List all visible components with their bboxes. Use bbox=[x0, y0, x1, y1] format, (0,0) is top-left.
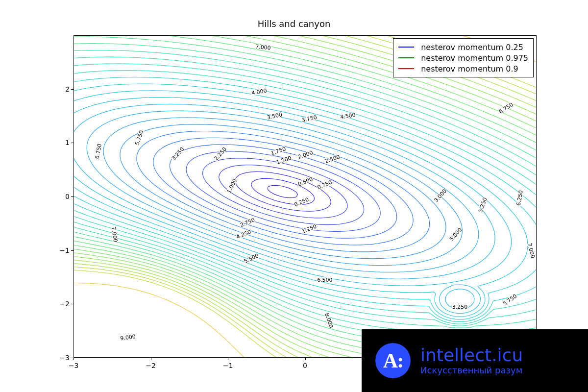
legend-entry: nesterov momentum 0.975 bbox=[398, 52, 528, 63]
legend-label: nesterov momentum 0.9 bbox=[421, 64, 518, 74]
contour-label: 9.000 bbox=[120, 333, 136, 342]
legend-swatch bbox=[398, 47, 414, 48]
contour-line bbox=[74, 50, 536, 333]
contour-label: 6.500 bbox=[317, 277, 333, 283]
contour-label: 5.750 bbox=[502, 293, 518, 307]
legend-label: nesterov momentum 0.975 bbox=[421, 53, 528, 63]
contour-label: 8.000 bbox=[323, 312, 334, 329]
contour-label: 6.750 bbox=[498, 101, 514, 115]
contour-line bbox=[268, 185, 298, 198]
contour-line bbox=[235, 172, 331, 211]
legend: nesterov momentum 0.25 nesterov momentum… bbox=[393, 38, 534, 77]
y-tick-label: 0 bbox=[56, 193, 70, 200]
contour-label: 6.250 bbox=[515, 190, 524, 206]
contour-label: 0.500 bbox=[297, 176, 314, 188]
y-tick-label: −1 bbox=[56, 246, 70, 254]
legend-swatch bbox=[398, 68, 414, 69]
contour-label: 1.000 bbox=[225, 178, 238, 195]
watermark-subtitle: Искусственный разум bbox=[420, 365, 523, 375]
contour-label: 3.500 bbox=[267, 111, 283, 121]
figure: Hills and canyon nesterov momentum 0.25 … bbox=[0, 0, 588, 392]
contour-line bbox=[103, 118, 462, 266]
x-tick-label: −3 bbox=[69, 362, 79, 369]
y-tick-label: −2 bbox=[56, 300, 70, 308]
x-tick-label: −1 bbox=[223, 362, 233, 369]
watermark-overlay: A: intellect.icu Искусственный разум bbox=[362, 329, 588, 392]
contour-label: 1.750 bbox=[270, 146, 287, 156]
y-tick-label: 2 bbox=[56, 85, 70, 93]
chart-title: Hills and canyon bbox=[0, 19, 588, 29]
contour-label: 6.750 bbox=[94, 143, 103, 159]
legend-swatch bbox=[398, 57, 414, 58]
legend-entry: nesterov momentum 0.9 bbox=[398, 63, 528, 74]
contour-label: 3.750 bbox=[301, 114, 318, 123]
x-tick-label: 0 bbox=[303, 362, 307, 369]
legend-entry: nesterov momentum 0.25 bbox=[398, 42, 528, 52]
contour-label: 1.250 bbox=[301, 223, 318, 235]
contour-label: 7.000 bbox=[255, 44, 271, 51]
contour-label: 2.250 bbox=[213, 146, 228, 162]
contour-line bbox=[87, 111, 479, 272]
contour-label: 7.000 bbox=[110, 226, 119, 243]
contour-label: 2.500 bbox=[324, 154, 341, 165]
plot-area: nesterov momentum 0.25 nesterov momentum… bbox=[74, 35, 537, 358]
y-tick-label: −3 bbox=[56, 354, 70, 362]
contour-label: 2.000 bbox=[297, 149, 314, 160]
contour-label: 5.250 bbox=[477, 196, 489, 213]
watermark-text: intellect.icu Искусственный разум bbox=[420, 346, 523, 375]
contour-label: 5.000 bbox=[448, 226, 464, 242]
contour-label: 3.250 bbox=[452, 304, 468, 310]
contour-label: 5.750 bbox=[134, 129, 145, 146]
contour-plot: 0.2500.5000.7501.0001.2501.5001.7502.000… bbox=[74, 36, 536, 357]
watermark-logo-letter: A: bbox=[383, 349, 403, 372]
legend-label: nesterov momentum 0.25 bbox=[421, 43, 523, 52]
contour-label: 5.500 bbox=[243, 252, 260, 265]
contour-label: 7.000 bbox=[526, 243, 536, 259]
watermark-logo: A: bbox=[375, 343, 411, 378]
contour-label: 3.250 bbox=[171, 146, 186, 162]
contour-line bbox=[74, 44, 536, 340]
watermark-title: intellect.icu bbox=[420, 346, 523, 364]
contour-line bbox=[74, 37, 536, 346]
contour-label: 0.250 bbox=[293, 196, 310, 208]
x-tick-label: −2 bbox=[146, 362, 156, 369]
y-tick-label: 1 bbox=[56, 139, 70, 147]
